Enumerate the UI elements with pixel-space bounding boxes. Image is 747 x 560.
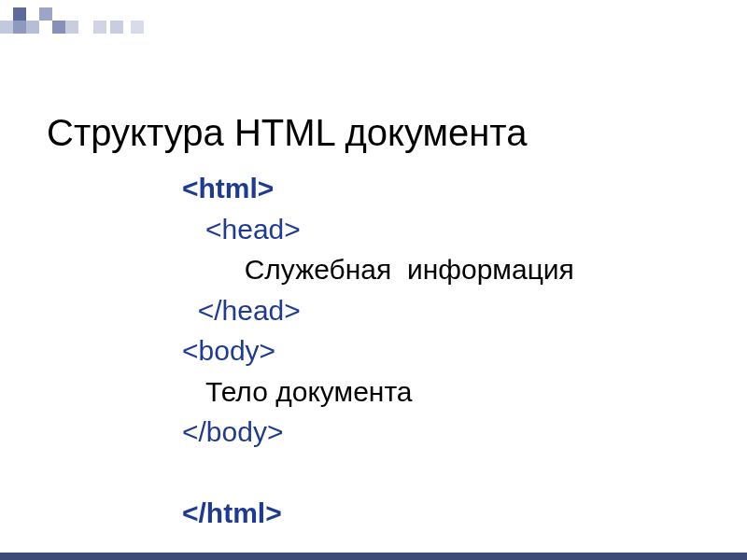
html-close-tag: </html> xyxy=(182,497,282,528)
head-content-text: Служебная информация xyxy=(245,254,574,285)
slide-decoration xyxy=(0,0,187,56)
body-close-tag: </body> xyxy=(182,416,283,447)
head-open-tag: <head> xyxy=(205,214,301,245)
code-structure: <html> <head> Служебная информация </hea… xyxy=(182,168,574,534)
bottom-border xyxy=(0,553,747,560)
slide-title: Структура HTML документа xyxy=(47,112,527,154)
html-open-tag: <html> xyxy=(182,173,274,203)
body-content-text: Тело документа xyxy=(205,376,412,407)
head-close-tag: </head> xyxy=(198,295,301,326)
body-open-tag: <body> xyxy=(182,335,275,366)
